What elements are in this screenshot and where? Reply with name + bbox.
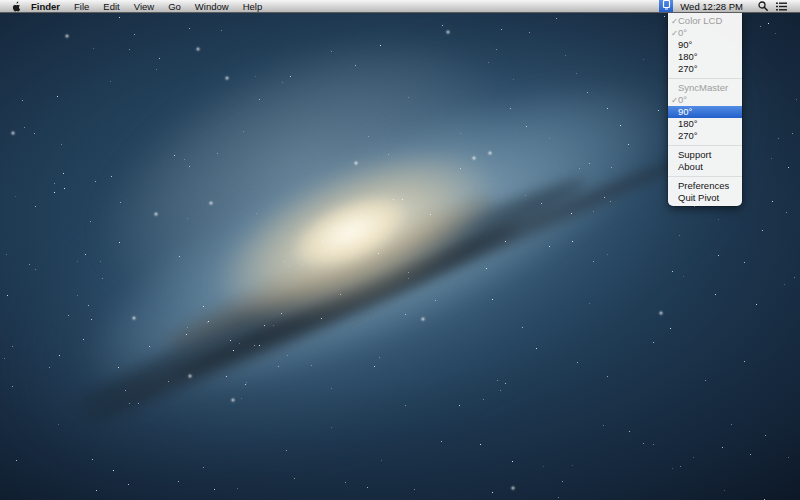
notification-center-icon[interactable] — [775, 0, 788, 12]
menu-item-s0-180[interactable]: 180° — [668, 51, 742, 63]
menu-item-label: About — [678, 162, 703, 172]
check-icon: ✓ — [671, 96, 678, 105]
pivot-menu-extra[interactable] — [659, 0, 673, 12]
pivot-dropdown-menu: ✓Color LCD✓0°90°180°270°SyncMaster✓0°90°… — [668, 13, 742, 206]
menu-bar-item-finder[interactable]: Finder — [24, 0, 67, 12]
menu-separator — [668, 145, 742, 146]
menu-bar-item-view[interactable]: View — [127, 0, 161, 12]
menu-item-label: 90° — [678, 40, 692, 50]
menu-item-label: Color LCD — [678, 16, 722, 26]
menu-item-label: SyncMaster — [678, 83, 728, 93]
apple-menu-icon[interactable] — [9, 0, 24, 12]
spotlight-search-icon[interactable] — [756, 0, 769, 12]
menu-item-s2-about[interactable]: About — [668, 161, 742, 173]
menu-bar-item-help[interactable]: Help — [236, 0, 270, 12]
menu-item-s3-preferences[interactable]: Preferences — [668, 180, 742, 192]
menu-bar-item-file[interactable]: File — [67, 0, 96, 12]
menu-separator — [668, 78, 742, 79]
menu-bar: FinderFileEditViewGoWindowHelp Wed 12:28… — [0, 0, 800, 13]
menu-item-s0-90[interactable]: 90° — [668, 39, 742, 51]
menu-item-s1-syncmaster: SyncMaster — [668, 82, 742, 94]
menu-item-s1-90[interactable]: 90° — [668, 106, 742, 118]
check-icon: ✓ — [671, 17, 678, 26]
menu-bar-item-edit[interactable]: Edit — [96, 0, 126, 12]
menu-bar-clock[interactable]: Wed 12:28 PM — [673, 1, 750, 12]
menu-item-s1-0: ✓0° — [668, 94, 742, 106]
menu-separator — [668, 176, 742, 177]
menu-item-s1-180[interactable]: 180° — [668, 118, 742, 130]
menu-item-label: Quit Pivot — [678, 193, 719, 203]
menu-bar-item-go[interactable]: Go — [161, 0, 188, 12]
menu-item-s2-support[interactable]: Support — [668, 149, 742, 161]
menu-item-s3-quit-pivot[interactable]: Quit Pivot — [668, 192, 742, 204]
menu-bar-status: Wed 12:28 PM — [659, 0, 800, 12]
menu-bar-item-window[interactable]: Window — [188, 0, 236, 12]
menu-item-label: 0° — [678, 28, 687, 38]
menu-item-label: 270° — [678, 64, 698, 74]
menu-item-label: Preferences — [678, 181, 729, 191]
check-icon: ✓ — [671, 29, 678, 38]
menu-item-label: 0° — [678, 95, 687, 105]
menu-item-s0-color-lcd: ✓Color LCD — [668, 15, 742, 27]
menu-bar-apps: FinderFileEditViewGoWindowHelp — [24, 0, 269, 12]
menu-item-s1-270[interactable]: 270° — [668, 130, 742, 142]
menu-item-s0-0: ✓0° — [668, 27, 742, 39]
menu-item-label: Support — [678, 150, 711, 160]
pivot-display-icon — [662, 0, 671, 12]
menu-bar-left: FinderFileEditViewGoWindowHelp — [0, 0, 269, 12]
menu-item-s0-270[interactable]: 270° — [668, 63, 742, 75]
menu-item-label: 270° — [678, 131, 698, 141]
menu-item-label: 90° — [678, 107, 692, 117]
menu-item-label: 180° — [678, 119, 698, 129]
menu-item-label: 180° — [678, 52, 698, 62]
